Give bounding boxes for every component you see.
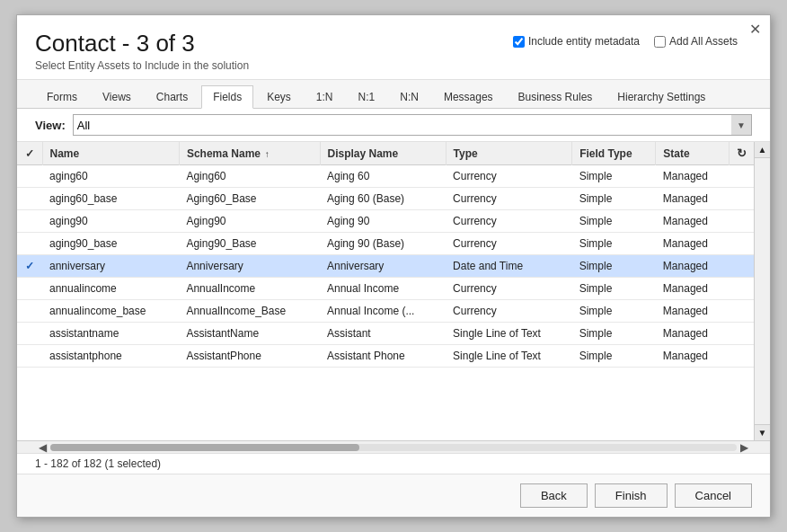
include-metadata-checkbox[interactable] bbox=[513, 36, 525, 48]
cell-field-type: Simple bbox=[572, 300, 656, 323]
table-row[interactable]: aging60Aging60Aging 60CurrencySimpleMana… bbox=[17, 165, 754, 188]
header-options: Include entity metadata Add All Assets bbox=[513, 35, 738, 48]
include-metadata-text: Include entity metadata bbox=[528, 35, 640, 48]
cell-empty bbox=[730, 323, 755, 345]
table-row[interactable]: assistantphoneAssistantPhoneAssistant Ph… bbox=[17, 345, 754, 368]
cell-state: Managed bbox=[656, 188, 730, 210]
checkmark-icon: ✓ bbox=[25, 260, 34, 272]
close-button[interactable]: ✕ bbox=[749, 22, 761, 37]
finish-button[interactable]: Finish bbox=[595, 483, 668, 508]
row-check[interactable] bbox=[17, 278, 42, 300]
cell-schema-name: AssistantName bbox=[179, 323, 320, 345]
cell-state: Managed bbox=[656, 233, 730, 255]
row-check[interactable] bbox=[17, 210, 42, 233]
row-check[interactable] bbox=[17, 233, 42, 255]
row-check[interactable] bbox=[17, 165, 42, 188]
table-row[interactable]: ✓anniversaryAnniversaryAnniversaryDate a… bbox=[17, 255, 754, 278]
cell-name: aging60 bbox=[42, 165, 179, 188]
cell-type: Single Line of Text bbox=[446, 323, 572, 345]
scroll-down-button[interactable]: ▼ bbox=[755, 424, 770, 440]
tab-views[interactable]: Views bbox=[91, 85, 143, 108]
cell-field-type: Simple bbox=[572, 323, 656, 345]
row-check[interactable] bbox=[17, 300, 42, 323]
add-all-assets-label[interactable]: Add All Assets bbox=[654, 35, 738, 48]
cell-schema-name: Aging60_Base bbox=[179, 188, 320, 210]
tab-fields[interactable]: Fields bbox=[201, 85, 253, 109]
cell-type: Currency bbox=[446, 300, 572, 323]
row-check[interactable] bbox=[17, 345, 42, 368]
scroll-left-button[interactable]: ◀ bbox=[35, 441, 50, 454]
cell-name: annualincome_base bbox=[42, 300, 179, 323]
col-header-refresh: ↻ bbox=[730, 142, 755, 165]
view-bar: View: AllCustomManagedUnmanaged ▼ bbox=[17, 109, 770, 142]
cell-display-name: Aging 60 (Base) bbox=[320, 188, 446, 210]
cell-state: Managed bbox=[656, 323, 730, 345]
tab-nn[interactable]: N:N bbox=[388, 85, 430, 108]
cell-empty bbox=[730, 188, 755, 210]
row-check[interactable]: ✓ bbox=[17, 255, 42, 278]
cell-state: Managed bbox=[656, 278, 730, 300]
row-check[interactable] bbox=[17, 323, 42, 345]
cell-name: assistantname bbox=[42, 323, 179, 345]
table-row[interactable]: aging90Aging90Aging 90CurrencySimpleMana… bbox=[17, 210, 754, 233]
table-row[interactable]: annualincome_baseAnnualIncome_BaseAnnual… bbox=[17, 300, 754, 323]
view-select-wrapper[interactable]: AllCustomManagedUnmanaged ▼ bbox=[73, 114, 752, 136]
refresh-icon[interactable]: ↻ bbox=[737, 146, 747, 160]
view-select[interactable]: AllCustomManagedUnmanaged bbox=[77, 119, 747, 132]
cell-name: annualincome bbox=[42, 278, 179, 300]
scroll-up-button[interactable]: ▲ bbox=[755, 142, 770, 158]
cell-state: Managed bbox=[656, 300, 730, 323]
view-dropdown-arrow[interactable]: ▼ bbox=[731, 115, 751, 135]
cell-empty bbox=[730, 255, 755, 278]
cell-name: anniversary bbox=[42, 255, 179, 278]
tab-charts[interactable]: Charts bbox=[145, 85, 199, 108]
cell-state: Managed bbox=[656, 165, 730, 188]
table-container: ✓NameSchema Name ↑Display NameTypeField … bbox=[17, 142, 770, 440]
cell-empty bbox=[730, 210, 755, 233]
table-row[interactable]: assistantnameAssistantNameAssistantSingl… bbox=[17, 323, 754, 345]
cell-display-name: Aging 90 (Base) bbox=[320, 233, 446, 255]
cell-state: Managed bbox=[656, 345, 730, 368]
cell-display-name: Assistant bbox=[320, 323, 446, 345]
tab-keys[interactable]: Keys bbox=[255, 85, 303, 108]
scroll-right-button[interactable]: ▶ bbox=[737, 441, 752, 454]
tab-1n[interactable]: 1:N bbox=[305, 85, 345, 108]
cell-field-type: Simple bbox=[572, 345, 656, 368]
cell-type: Single Line of Text bbox=[446, 345, 572, 368]
col-header-display_name: Display Name bbox=[320, 142, 446, 165]
cell-field-type: Simple bbox=[572, 165, 656, 188]
table-row[interactable]: aging60_baseAging60_BaseAging 60 (Base)C… bbox=[17, 188, 754, 210]
col-header-state: State bbox=[656, 142, 730, 165]
table-row[interactable]: annualincomeAnnualIncomeAnnual IncomeCur… bbox=[17, 278, 754, 300]
cell-display-name: Assistant Phone bbox=[320, 345, 446, 368]
fields-table: ✓NameSchema Name ↑Display NameTypeField … bbox=[17, 142, 754, 368]
scroll-track bbox=[755, 158, 770, 424]
cell-schema-name: AnnualIncome bbox=[179, 278, 320, 300]
scroll-track-horiz[interactable] bbox=[50, 444, 737, 451]
tab-hierarchy-settings[interactable]: Hierarchy Settings bbox=[606, 85, 717, 108]
back-button[interactable]: Back bbox=[520, 483, 588, 508]
row-check[interactable] bbox=[17, 188, 42, 210]
tab-n1[interactable]: N:1 bbox=[347, 85, 387, 108]
cell-field-type: Simple bbox=[572, 255, 656, 278]
cell-empty bbox=[730, 345, 755, 368]
tab-business-rules[interactable]: Business Rules bbox=[507, 85, 605, 108]
include-metadata-label[interactable]: Include entity metadata bbox=[513, 35, 640, 48]
col-header-schema_name[interactable]: Schema Name ↑ bbox=[179, 142, 320, 165]
cell-display-name: Anniversary bbox=[320, 255, 446, 278]
add-all-assets-checkbox[interactable] bbox=[654, 36, 666, 48]
horizontal-scrollbar: ◀ ▶ bbox=[17, 440, 770, 453]
tab-forms[interactable]: Forms bbox=[35, 85, 89, 108]
table-scroll[interactable]: ✓NameSchema Name ↑Display NameTypeField … bbox=[17, 142, 754, 440]
cancel-button[interactable]: Cancel bbox=[675, 483, 752, 508]
cell-field-type: Simple bbox=[572, 188, 656, 210]
footer: Back Finish Cancel bbox=[17, 474, 770, 517]
cell-display-name: Aging 90 bbox=[320, 210, 446, 233]
tab-messages[interactable]: Messages bbox=[432, 85, 505, 108]
col-header-check: ✓ bbox=[17, 142, 42, 165]
cell-schema-name: AssistantPhone bbox=[179, 345, 320, 368]
table-row[interactable]: aging90_baseAging90_BaseAging 90 (Base)C… bbox=[17, 233, 754, 255]
cell-display-name: Aging 60 bbox=[320, 165, 446, 188]
scroll-thumb-horiz[interactable] bbox=[50, 444, 359, 451]
cell-name: aging60_base bbox=[42, 188, 179, 210]
